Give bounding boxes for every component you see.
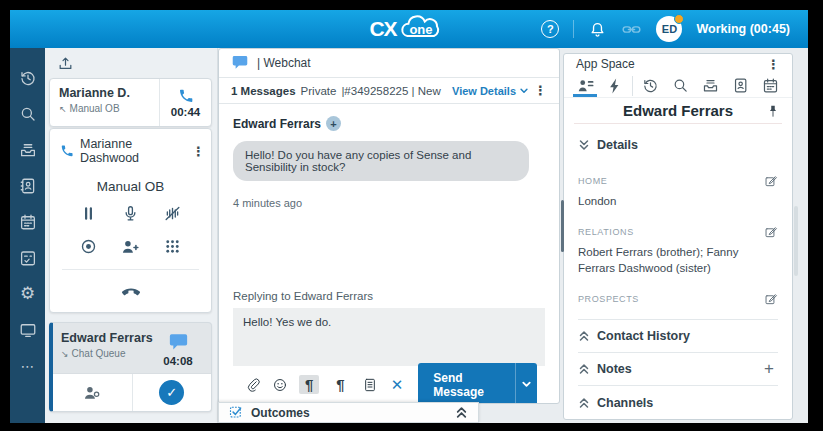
- section-notes[interactable]: Notes +: [578, 353, 778, 386]
- app-space-panel: App Space ⋮: [563, 53, 793, 420]
- message-sender-name: Edward Ferrars: [233, 117, 321, 131]
- view-details-link[interactable]: View Details: [452, 85, 529, 97]
- logo-one-text: one: [410, 22, 433, 37]
- paragraph-format-icon-selected[interactable]: ¶: [299, 375, 319, 394]
- field-label: PROSPECTS: [578, 294, 639, 304]
- paragraph-format-icon[interactable]: ¶: [330, 375, 350, 394]
- ellipsis-glyph: ⋯: [21, 359, 35, 373]
- tab-search[interactable]: [665, 74, 695, 97]
- send-options-chevron[interactable]: [515, 363, 537, 404]
- edit-icon[interactable]: [764, 174, 778, 188]
- outcomes-bar[interactable]: Outcomes: [218, 402, 479, 423]
- field-relations: RELATIONS Robert Ferrars (brother); Fann…: [578, 225, 778, 277]
- close-icon[interactable]: ✕: [391, 376, 404, 394]
- avatar-initials: ED: [662, 23, 677, 35]
- collapse-chevrons-icon[interactable]: [455, 406, 468, 419]
- keypad-button[interactable]: [163, 237, 182, 257]
- add-contact-badge[interactable]: +: [326, 116, 341, 131]
- queue-tray-icon[interactable]: [18, 140, 37, 159]
- details-section-header[interactable]: Details: [578, 138, 778, 152]
- double-chevron-up-icon: [578, 397, 590, 409]
- message-draft-input[interactable]: Hello! Yes we do.: [233, 308, 545, 366]
- help-icon[interactable]: ?: [541, 20, 559, 38]
- more-ellipsis-icon[interactable]: ⋯: [18, 356, 37, 375]
- settings-gear-icon[interactable]: ⚙: [18, 284, 37, 303]
- history-icon[interactable]: [18, 68, 37, 87]
- incoming-message-bubble: Hello! Do you have any copies of Sense a…: [233, 141, 529, 181]
- section-channels[interactable]: Channels: [578, 386, 778, 419]
- channel-label: | Webchat: [257, 56, 311, 70]
- tab-address-book[interactable]: [726, 74, 756, 97]
- call-contact-card[interactable]: Marianne D. ↖ Manual OB 00:44: [49, 78, 212, 127]
- chevron-down-icon: [519, 86, 529, 96]
- tab-quick-actions[interactable]: [600, 74, 630, 97]
- search-icon[interactable]: [18, 104, 37, 123]
- mute-mic-button[interactable]: [121, 204, 140, 223]
- gear-glyph: ⚙: [20, 285, 35, 302]
- user-avatar[interactable]: ED: [656, 16, 682, 42]
- double-chevron-down-icon: [578, 139, 590, 151]
- add-note-icon[interactable]: +: [764, 359, 774, 379]
- active-call-name: Marianne Dashwood: [80, 137, 186, 165]
- edit-icon[interactable]: [764, 292, 778, 306]
- edit-icon[interactable]: [764, 225, 778, 239]
- address-book-icon[interactable]: [18, 176, 37, 195]
- chat-menu-icon[interactable]: ⋮: [534, 83, 547, 98]
- check-icon: ✓: [159, 380, 184, 405]
- notes-clipboard-icon[interactable]: [362, 377, 378, 393]
- call-contact-name: Marianne D.: [59, 86, 159, 100]
- details-title: Details: [597, 138, 638, 152]
- field-value: London: [578, 193, 778, 210]
- field-value: Robert Ferrars (brother); Fanny Ferrars …: [578, 244, 778, 277]
- record-button[interactable]: [79, 237, 98, 257]
- outcomes-label: Outcomes: [251, 406, 310, 420]
- contact-ref: |#349258225 | New: [341, 85, 440, 97]
- nav-sidebar: ⚙ ⋯: [10, 48, 45, 423]
- accept-contact-button[interactable]: ✓: [132, 374, 212, 411]
- status-dot: [674, 14, 684, 24]
- chat-bubble-icon: [168, 333, 189, 352]
- attachment-icon[interactable]: [245, 377, 261, 393]
- messages-count: 1 Messages: [231, 85, 296, 97]
- double-chevron-up-icon: [578, 363, 590, 375]
- tab-history[interactable]: [635, 74, 665, 97]
- app-space-menu-icon[interactable]: ⋮: [767, 57, 780, 72]
- link-icon[interactable]: [621, 19, 642, 40]
- send-message-button[interactable]: Send Message: [418, 363, 537, 404]
- phone-icon: [178, 88, 194, 104]
- active-call-card: Marianne Dashwood ⋮ Manual OB: [49, 128, 212, 313]
- app-space-scrollbar[interactable]: [794, 206, 798, 276]
- agent-workspace: Marianne D. ↖ Manual OB 00:44 Marianne D…: [45, 48, 218, 423]
- hangup-button[interactable]: [119, 278, 143, 302]
- hold-pause-button[interactable]: [79, 204, 98, 223]
- mask-recording-button[interactable]: [163, 204, 182, 223]
- card-menu-icon[interactable]: ⋮: [192, 144, 205, 159]
- chat-contact-card[interactable]: Edward Ferrars ↘ Chat Queue 04:08: [49, 322, 212, 412]
- notifications-bell-icon[interactable]: [588, 20, 607, 39]
- outbound-arrow-icon: ↖: [59, 104, 67, 114]
- app-space-contact-name: Edward Ferrars: [623, 102, 733, 119]
- help-glyph: ?: [547, 23, 554, 35]
- inbound-arrow-icon: ↘: [61, 349, 69, 359]
- pin-icon[interactable]: [766, 104, 780, 118]
- chat-timer: 04:08: [163, 355, 192, 367]
- monitor-icon[interactable]: [18, 320, 37, 339]
- tab-calendar[interactable]: [756, 74, 786, 97]
- emoji-icon[interactable]: [272, 377, 288, 393]
- tab-queue[interactable]: [696, 74, 726, 97]
- upload-icon[interactable]: [57, 55, 74, 72]
- tabs-divider: [632, 76, 633, 96]
- schedule-icon[interactable]: [18, 248, 37, 267]
- replying-to-label: Replying to Edward Ferrars: [233, 290, 545, 308]
- section-label: Contact History: [597, 329, 690, 343]
- message-timestamp: 4 minutes ago: [233, 197, 545, 209]
- transfer-contact-button[interactable]: [53, 374, 132, 411]
- chat-contact-name: Edward Ferrars: [61, 331, 153, 345]
- add-participant-button[interactable]: [120, 237, 140, 257]
- section-contact-history[interactable]: Contact History: [578, 320, 778, 353]
- agent-status-label[interactable]: Working (00:45): [696, 22, 790, 36]
- tab-contact-card[interactable]: [570, 74, 600, 97]
- panel-scrollbar-thumb[interactable]: [561, 200, 564, 252]
- section-label: Notes: [597, 362, 632, 376]
- calendar-icon[interactable]: [18, 212, 37, 231]
